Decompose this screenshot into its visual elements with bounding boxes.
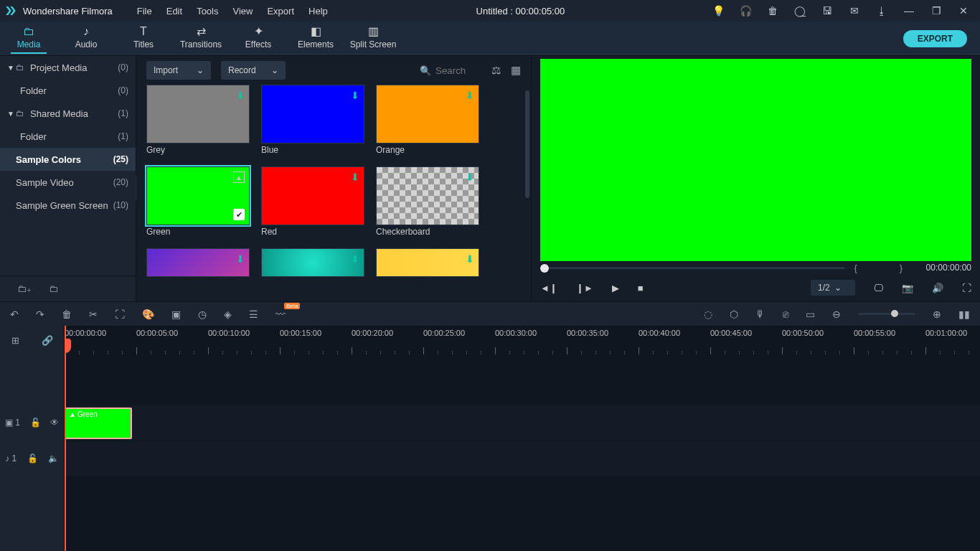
zoom-in-icon[interactable]: ⊕ — [933, 309, 941, 320]
account-icon[interactable]: ◯̲ — [788, 5, 812, 17]
tab-audio[interactable]: ♪Audio — [57, 24, 115, 54]
track-empty[interactable] — [65, 476, 980, 551]
preview-scrub-head[interactable] — [540, 264, 549, 273]
folder-icon[interactable]: 🗀 — [49, 283, 58, 294]
media-thumb-green[interactable]: ▲Green — [146, 166, 250, 238]
record-dropdown[interactable]: Record⌄ — [221, 61, 286, 80]
mail-icon[interactable]: ✉ — [842, 5, 867, 17]
minimize-icon[interactable]: — — [897, 5, 921, 17]
download-icon[interactable]: ⬇ — [351, 171, 359, 183]
preview-scrub-track[interactable] — [540, 266, 845, 269]
visibility-icon[interactable]: 👁 — [50, 418, 59, 428]
trash-icon[interactable]: 🗑 — [760, 5, 785, 17]
tips-icon[interactable]: 💡 — [706, 5, 730, 17]
media-thumb-gradient[interactable]: ⬇ — [146, 248, 250, 277]
preview-ratio-dropdown[interactable]: 1/2⌄ — [811, 280, 855, 296]
download-icon[interactable]: ⬇ — [466, 90, 474, 101]
render-icon[interactable]: ◌ — [704, 309, 712, 320]
screen-icon[interactable]: ▣ — [171, 309, 181, 320]
download-icon[interactable]: ⬇ — [466, 253, 474, 265]
export-button[interactable]: EXPORT — [903, 30, 967, 47]
media-thumb-grey[interactable]: ⬇Grey — [146, 85, 250, 156]
tab-transitions[interactable]: ⇄Transitions — [172, 24, 230, 54]
close-icon[interactable]: ✕ — [951, 5, 976, 17]
volume-icon[interactable]: 🔊 — [932, 283, 943, 293]
sidebar-item-shared-media[interactable]: ▼🗀Shared Media(1) — [0, 102, 136, 125]
media-thumb-orange[interactable]: ⬇Orange — [376, 85, 479, 156]
sidebar-item-folder[interactable]: Folder(0) — [0, 79, 136, 102]
keyframe-icon[interactable]: ◈ — [224, 309, 232, 320]
stop-icon[interactable]: ■ — [638, 283, 644, 293]
tab-elements[interactable]: ◧Elements — [287, 24, 344, 54]
audio-track-header[interactable]: ♪ 1 🔓 🔈 — [0, 441, 64, 476]
import-dropdown[interactable]: Import⌄ — [146, 61, 211, 80]
marker-icon[interactable]: ⬡ — [730, 309, 738, 320]
download-icon[interactable]: ⬇ — [466, 171, 474, 183]
sidebar-item-sample-colors[interactable]: Sample Colors(25) — [0, 148, 136, 171]
menu-tools[interactable]: Tools — [189, 6, 225, 17]
grid-view-icon[interactable]: ▦ — [511, 64, 521, 77]
play-icon[interactable]: ▶ — [612, 283, 619, 293]
lock-icon[interactable]: 🔓 — [30, 418, 41, 428]
media-thumb-gradient[interactable]: ⬇ — [261, 248, 364, 277]
media-thumb-gradient[interactable]: ⬇ — [376, 248, 479, 277]
preview-quality-icon[interactable]: 🖵 — [874, 283, 883, 293]
download-icon[interactable]: ⭳ — [870, 5, 894, 17]
mixer-icon[interactable]: ⎚ — [783, 309, 788, 320]
sidebar-item-project-media[interactable]: ▼🗀Project Media(0) — [0, 56, 136, 79]
sidebar-item-sample-video[interactable]: Sample Video(20) — [0, 171, 136, 194]
new-folder-icon[interactable]: 🗀₊ — [17, 283, 32, 294]
menu-export[interactable]: Export — [260, 6, 301, 17]
menu-view[interactable]: View — [225, 6, 260, 17]
voiceover-icon[interactable]: 🎙 — [755, 309, 765, 320]
timeline-clip-green[interactable]: ▲Green — [65, 408, 132, 439]
video-track-header[interactable]: ▣ 1 🔓 👁 — [0, 405, 64, 441]
delete-icon[interactable]: 🗑 — [62, 309, 72, 320]
download-icon[interactable]: ⬇ — [351, 90, 359, 101]
filter-icon[interactable]: ⚖ — [491, 64, 501, 77]
speed-icon[interactable]: ◷ — [198, 309, 207, 320]
support-icon[interactable]: 🎧 — [733, 5, 758, 17]
frame-icon[interactable]: ▭ — [806, 309, 815, 320]
menu-file[interactable]: File — [130, 6, 159, 17]
track-empty[interactable] — [65, 354, 980, 405]
marker-braces[interactable]: { } — [854, 263, 911, 273]
audio-track[interactable] — [65, 441, 980, 476]
tab-titles[interactable]: TTitles — [115, 24, 172, 54]
menu-help[interactable]: Help — [301, 6, 335, 17]
tab-media[interactable]: 🗀Media — [0, 24, 57, 54]
playhead[interactable] — [65, 326, 66, 551]
prev-frame-icon[interactable]: ◄❙ — [540, 283, 557, 293]
snapshot-icon[interactable]: 📷 — [902, 283, 913, 293]
color-icon[interactable]: 🎨 — [142, 309, 154, 320]
tab-effects[interactable]: ✦Effects — [230, 24, 287, 54]
mute-icon[interactable]: 🔈 — [48, 453, 59, 463]
tab-split-screen[interactable]: ▥Split Screen — [344, 24, 402, 54]
maximize-icon[interactable]: ❐ — [924, 5, 948, 17]
download-icon[interactable]: ⬇ — [236, 253, 245, 265]
search-input[interactable]: 🔍 — [417, 65, 481, 76]
media-scrollbar[interactable] — [525, 90, 529, 296]
media-thumb-blue[interactable]: ⬇Blue — [261, 85, 364, 156]
fullscreen-icon[interactable]: ⛶ — [962, 283, 971, 293]
undo-icon[interactable]: ↶ — [10, 309, 19, 320]
zoom-slider[interactable] — [858, 313, 915, 315]
save-icon[interactable]: 🖫 — [815, 5, 839, 17]
next-frame-icon[interactable]: ❙► — [576, 283, 593, 293]
video-track[interactable]: ▲Green — [65, 405, 980, 441]
sidebar-item-folder[interactable]: Folder(1) — [0, 125, 136, 148]
crop-icon[interactable]: ⛶ — [115, 309, 125, 320]
timeline-options-icon[interactable]: ▮▮ — [958, 309, 970, 320]
adjust-icon[interactable]: ☰ — [249, 309, 258, 320]
cut-icon[interactable]: ✂ — [89, 309, 98, 320]
preview-canvas[interactable] — [540, 59, 971, 261]
menu-edit[interactable]: Edit — [159, 6, 189, 17]
timeline-ruler[interactable]: 00:00:00:0000:00:05:0000:00:10:0000:00:1… — [65, 326, 980, 354]
media-thumb-checkerboard[interactable]: ⬇Checkerboard — [376, 166, 479, 238]
download-icon[interactable]: ⬇ — [236, 90, 245, 101]
link-icon[interactable]: 🔗 — [42, 335, 53, 346]
sidebar-item-sample-green-screen[interactable]: Sample Green Screen(10) — [0, 194, 136, 217]
media-thumb-red[interactable]: ⬇Red — [261, 166, 364, 238]
zoom-out-icon[interactable]: ⊖ — [832, 309, 841, 320]
download-icon[interactable]: ⬇ — [351, 253, 359, 265]
